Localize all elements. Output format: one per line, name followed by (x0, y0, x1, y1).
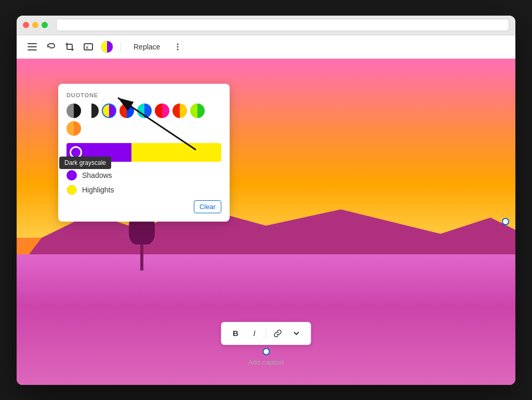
close-button[interactable] (23, 22, 29, 28)
italic-button[interactable]: I (246, 325, 263, 342)
shadows-label: Shadows (82, 171, 112, 179)
minimize-button[interactable] (32, 22, 38, 28)
duotone-section-label: DUOTONE (66, 92, 221, 98)
svg-rect-2 (28, 49, 37, 50)
bold-button[interactable]: B (228, 325, 244, 342)
more-button[interactable] (288, 325, 305, 342)
swatch-green-yellow[interactable] (190, 104, 205, 118)
bottom-toolbar-divider (266, 328, 267, 339)
duotone-icon[interactable] (100, 40, 114, 54)
swatch-pink-red[interactable] (155, 104, 169, 118)
traffic-lights (23, 22, 48, 28)
resize-handle-right[interactable] (502, 218, 509, 225)
browser-window: A Replace (17, 16, 515, 385)
swatch-blue-red[interactable] (119, 104, 134, 118)
toolbar-divider (121, 42, 121, 52)
editor-area: A Replace (17, 35, 515, 385)
shadows-color-dot[interactable] (66, 170, 77, 180)
popup-footer: Clear (66, 200, 221, 213)
content-area: DUOTONE (17, 59, 515, 385)
swatch-orange[interactable] (66, 121, 81, 136)
shadows-row: Shadows (66, 170, 221, 180)
swatch-blue-teal[interactable] (137, 104, 152, 118)
highlights-label: Highlights (82, 186, 114, 194)
menu-icon[interactable] (25, 40, 39, 54)
replace-button[interactable]: Replace (127, 41, 166, 53)
swatch-mid-grayscale[interactable] (84, 104, 99, 118)
highlights-color-dot[interactable] (66, 185, 77, 195)
more-options-icon[interactable] (170, 40, 185, 54)
caption-handle[interactable] (262, 348, 270, 355)
svg-rect-0 (28, 43, 37, 44)
url-bar[interactable] (56, 19, 509, 31)
title-bar (17, 16, 515, 35)
editor-toolbar: A Replace (17, 35, 515, 59)
duotone-popup: DUOTONE (58, 84, 230, 222)
swatch-purple-yellow[interactable] (102, 104, 116, 118)
color-swatches (66, 104, 221, 136)
alt-text-icon[interactable]: A (81, 40, 96, 54)
bottom-toolbar-container: B I Add cap (221, 322, 311, 366)
maximize-button[interactable] (42, 22, 48, 28)
bottom-toolbar: B I (221, 322, 311, 345)
swatch-dark-grayscale[interactable] (66, 104, 81, 118)
svg-rect-1 (28, 46, 37, 47)
tooltip-dark-grayscale: Dark grayscale (59, 157, 111, 169)
svg-point-7 (177, 48, 179, 50)
undo-icon[interactable] (44, 40, 58, 54)
link-button[interactable] (270, 325, 286, 342)
crop-icon[interactable] (62, 40, 77, 54)
svg-point-6 (177, 46, 179, 47)
swatch-yellow-red[interactable] (172, 104, 187, 118)
svg-text:A: A (86, 46, 88, 49)
svg-point-5 (177, 43, 179, 45)
clear-button[interactable]: Clear (194, 200, 221, 213)
caption-text[interactable]: Add caption (248, 358, 284, 366)
highlights-row: Highlights (66, 185, 221, 195)
